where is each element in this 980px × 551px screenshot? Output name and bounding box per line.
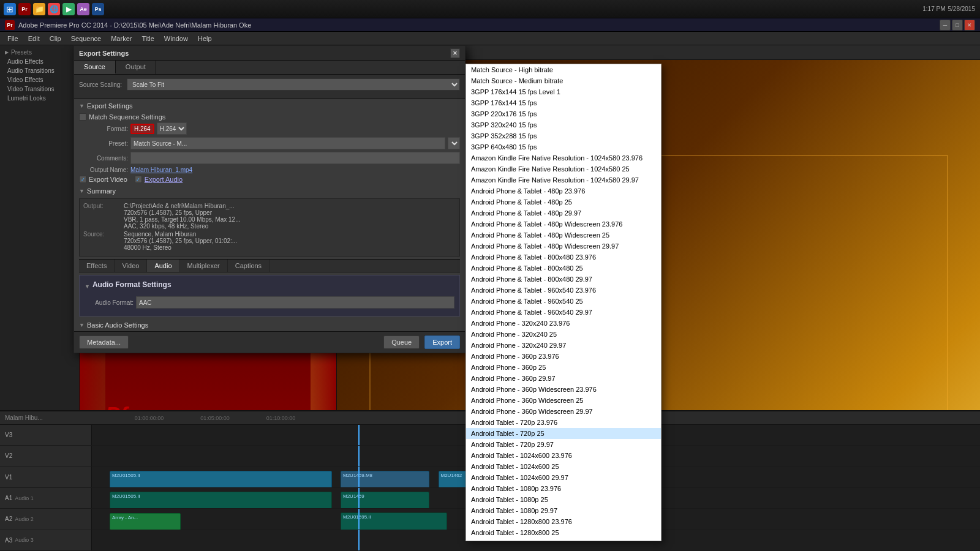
premiere-taskbar-icon[interactable]: Pr [18,3,31,15]
dropdown-item-43[interactable]: Android Tablet - 1280x800 29.97 [466,538,661,541]
format-value: H.264 [130,124,154,134]
menu-marker[interactable]: Marker [106,34,137,43]
dropdown-item-12[interactable]: Android Phone & Tablet - 480p 25 [466,197,661,208]
tab-effects[interactable]: Effects [79,260,115,272]
match-sequence-label: Match Sequence Settings [89,113,165,121]
dropdown-item-1[interactable]: Match Source - Medium bitrate [466,75,661,86]
dropdown-item-38[interactable]: Android Tablet - 1080p 23.976 [466,483,661,494]
audio-clip-a2-2[interactable]: M2U01595.II [341,512,447,529]
tab-source[interactable]: Source [74,61,116,74]
dropdown-item-11[interactable]: Android Phone & Tablet - 480p 23.976 [466,186,661,197]
dropdown-item-19[interactable]: Android Phone & Tablet - 800x480 29.97 [466,274,661,285]
export-button[interactable]: Export [424,335,460,349]
playhead-v3 [358,425,360,445]
dropdown-item-18[interactable]: Android Phone & Tablet - 800x480 25 [466,263,661,274]
dropdown-item-29[interactable]: Android Phone - 360p Widescreen 23.976 [466,384,661,395]
dropdown-item-8[interactable]: Amazon Kindle Fire Native Resolution - 1… [466,152,661,163]
dropdown-item-36[interactable]: Android Tablet - 1024x600 25 [466,461,661,472]
queue-button[interactable]: Queue [383,335,420,349]
dropdown-item-25[interactable]: Android Phone - 320x240 29.97 [466,340,661,351]
dropdown-item-14[interactable]: Android Phone & Tablet - 480p Widescreen… [466,219,661,230]
browser-icon[interactable]: 🌐 [48,3,60,15]
tab-multiplexer[interactable]: Multiplexer [180,260,228,272]
dropdown-item-13[interactable]: Android Phone & Tablet - 480p 29.97 [466,208,661,219]
ps-icon[interactable]: Ps [92,3,104,15]
dropdown-item-4[interactable]: 3GPP 220x176 15 fps [466,108,661,119]
app-icon-2[interactable]: ▶ [62,3,75,15]
dropdown-item-9[interactable]: Amazon Kindle Fire Native Resolution - 1… [466,163,661,174]
dropdown-item-26[interactable]: Android Phone - 360p 23.976 [466,351,661,362]
dropdown-item-40[interactable]: Android Tablet - 1080p 29.97 [466,505,661,516]
dropdown-item-34[interactable]: Android Tablet - 720p 29.97 [466,439,661,450]
dropdown-item-3[interactable]: 3GPP 176x144 15 fps [466,97,661,108]
sidebar-item-lumetri-looks[interactable]: Lumetri Looks [0,94,79,103]
dropdown-item-23[interactable]: Android Phone - 320x240 23.976 [466,318,661,329]
ae-icon[interactable]: Ae [77,3,89,15]
audio-clip-a2-1[interactable]: Array - An... [110,513,181,529]
sidebar-item-video-transitions[interactable]: Video Transitions [0,84,79,94]
menu-edit[interactable]: Edit [23,34,45,43]
menu-sequence[interactable]: Sequence [66,34,107,43]
comments-input[interactable] [130,152,460,164]
dropdown-item-16[interactable]: Android Phone & Tablet - 480p Widescreen… [466,241,661,252]
menu-file[interactable]: File [2,34,23,43]
dropdown-item-5[interactable]: 3GPP 320x240 15 fps [466,119,661,130]
sidebar-item-audio-effects[interactable]: Audio Effects [0,57,79,66]
dropdown-item-17[interactable]: Android Phone & Tablet - 800x480 23.976 [466,252,661,263]
close-button[interactable]: ✕ [964,20,975,31]
clip-v1-2[interactable]: M2U1459.M8 [341,471,429,487]
export-audio-checkbox[interactable] [135,176,142,183]
sidebar-item-audio-transitions[interactable]: Audio Transitions [0,66,79,75]
presets-header[interactable]: ▶ Presets [0,48,79,57]
dropdown-item-10[interactable]: Amazon Kindle Fire Native Resolution - 1… [466,174,661,186]
match-sequence-checkbox[interactable] [79,113,86,121]
clip-v1-1[interactable]: M2U01505.II [110,471,332,487]
format-select[interactable]: H.264 [157,122,187,135]
dropdown-item-28[interactable]: Android Phone - 360p 29.97 [466,373,661,384]
dropdown-item-35[interactable]: Android Tablet - 1024x600 23.976 [466,450,661,461]
menu-help[interactable]: Help [193,34,217,43]
metadata-button[interactable]: Metadata... [79,335,129,349]
dropdown-item-15[interactable]: Android Phone & Tablet - 480p Widescreen… [466,230,661,241]
dropdown-item-21[interactable]: Android Phone & Tablet - 960x540 25 [466,296,661,307]
dropdown-item-7[interactable]: 3GPP 640x480 15 fps [466,141,661,152]
dropdown-item-2[interactable]: 3GPP 176x144 15 fps Level 1 [466,86,661,97]
tab-audio[interactable]: Audio [147,260,179,272]
tab-output[interactable]: Output [116,61,156,74]
dropdown-item-6[interactable]: 3GPP 352x288 15 fps [466,130,661,141]
dropdown-item-37[interactable]: Android Tablet - 1024x600 29.97 [466,472,661,483]
windows-icon[interactable]: ⊞ [4,3,16,15]
export-settings-section-header[interactable]: ▼ Export Settings [79,102,460,110]
dropdown-item-31[interactable]: Android Phone - 360p Widescreen 29.97 [466,406,661,417]
menu-window[interactable]: Window [159,34,193,43]
export-video-checkbox[interactable] [79,176,86,183]
tab-video[interactable]: Video [115,260,147,272]
dropdown-item-20[interactable]: Android Phone & Tablet - 960x540 23.976 [466,285,661,296]
folder-icon[interactable]: 📁 [33,3,45,15]
dropdown-item-39[interactable]: Android Tablet - 1080p 25 [466,494,661,505]
audio-format-section-header[interactable]: ▼ Audio Format Settings [85,280,454,293]
menu-title[interactable]: Title [137,34,159,43]
sidebar-item-video-effects[interactable]: Video Effects [0,75,79,84]
dropdown-item-41[interactable]: Android Tablet - 1280x800 23.976 [466,516,661,527]
minimize-button[interactable]: ─ [940,20,951,31]
dropdown-item-33[interactable]: Android Tablet - 720p 25 [466,428,661,439]
maximize-button[interactable]: □ [952,20,963,31]
basic-audio-section-header[interactable]: ▼ Basic Audio Settings [79,321,460,329]
dropdown-item-32[interactable]: Android Tablet - 720p 23.976 [466,417,661,428]
preset-dropdown[interactable]: ▼ [448,137,460,149]
dropdown-item-30[interactable]: Android Phone - 360p Widescreen 25 [466,395,661,406]
audio-clip-a1-2[interactable]: M2U1459 [341,492,429,508]
dropdown-item-24[interactable]: Android Phone - 320x240 25 [466,329,661,340]
dropdown-item-42[interactable]: Android Tablet - 1280x800 25 [466,527,661,538]
dropdown-item-27[interactable]: Android Phone - 360p 25 [466,362,661,373]
output-name-value[interactable]: Malam Hiburan_1.mp4 [130,167,192,173]
dropdown-item-22[interactable]: Android Phone & Tablet - 960x540 29.97 [466,307,661,318]
dropdown-item-0[interactable]: Match Source - High bitrate [466,64,661,75]
dialog-close-icon[interactable]: ✕ [450,48,460,58]
menu-clip[interactable]: Clip [45,34,66,43]
source-scaling-select[interactable]: Scale To Fit [127,78,460,91]
audio-clip-a1-1[interactable]: M2U01505.II [110,492,332,508]
summary-section-header[interactable]: ▼ Summary [79,187,460,195]
tab-captions[interactable]: Captions [228,260,270,272]
